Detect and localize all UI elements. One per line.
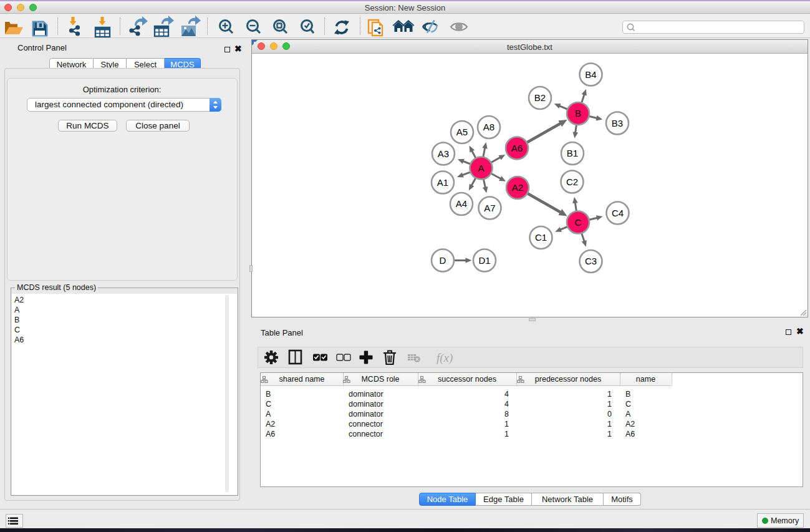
svg-text:A6: A6: [511, 143, 523, 153]
svg-text:C4: C4: [612, 208, 624, 218]
svg-text:A2: A2: [512, 182, 523, 193]
svg-text:A8: A8: [483, 122, 494, 132]
svg-text:B3: B3: [612, 118, 623, 128]
svg-text:D1: D1: [478, 255, 490, 266]
svg-text:A4: A4: [456, 198, 467, 209]
svg-text:B1: B1: [567, 148, 578, 158]
svg-text:C2: C2: [566, 177, 578, 187]
svg-text:A: A: [478, 163, 484, 173]
svg-text:C: C: [575, 217, 582, 228]
svg-text:A1: A1: [437, 177, 448, 188]
svg-text:B2: B2: [534, 92, 546, 103]
svg-text:B: B: [575, 108, 581, 118]
svg-text:A7: A7: [484, 203, 495, 213]
svg-text:B4: B4: [585, 69, 596, 80]
svg-text:f(x): f(x): [436, 351, 453, 365]
svg-text:D: D: [440, 255, 446, 266]
svg-text:A3: A3: [438, 148, 449, 159]
svg-text:C1: C1: [535, 232, 547, 243]
svg-text:C3: C3: [585, 256, 597, 266]
svg-text:A5: A5: [456, 127, 468, 137]
